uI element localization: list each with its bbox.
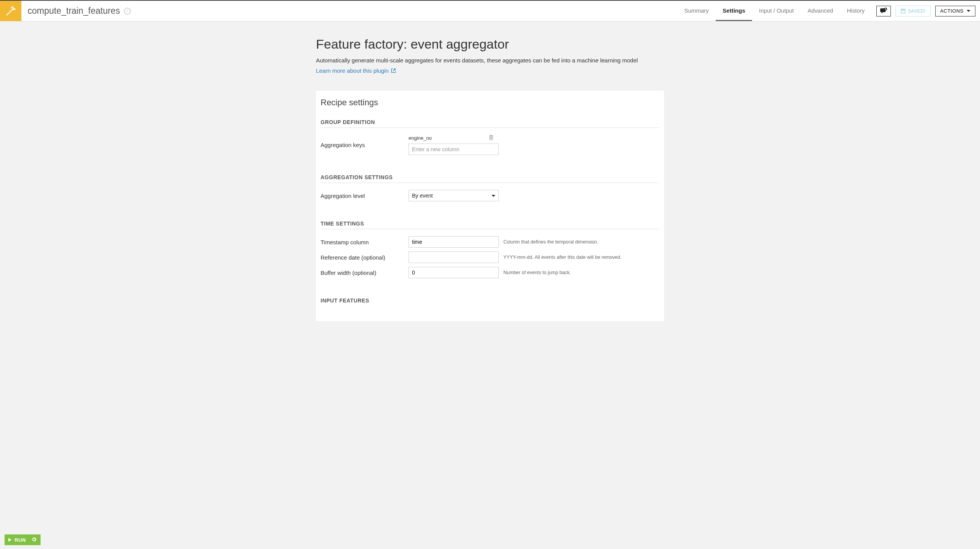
reference-hint: YYYY-mm-dd. All events after this date w… <box>499 255 659 260</box>
svg-rect-1 <box>901 9 905 13</box>
page-description: Automatically generate multi-scale aggre… <box>316 57 664 64</box>
aggregation-level-value: By event <box>412 193 433 199</box>
timestamp-column-label: Timestamp column <box>321 239 409 245</box>
navigate-icon[interactable] <box>124 8 131 15</box>
buffer-width-input[interactable] <box>409 267 499 278</box>
content-scroll[interactable]: Feature factory: event aggregator Automa… <box>0 21 980 534</box>
learn-more-link[interactable]: Learn more about this plugin <box>316 67 396 74</box>
section-time-settings: TIME SETTINGS <box>321 221 659 229</box>
aggregation-key-item: engine_no <box>409 135 493 141</box>
header-actions: SAVED! ACTIONS <box>872 1 980 21</box>
timestamp-hint: Column that defines the temporal dimensi… <box>499 239 659 245</box>
aggregation-keys-label: Aggregation keys <box>321 142 409 148</box>
reference-date-input[interactable] <box>409 252 499 263</box>
buffer-hint: Number of events to jump back. <box>499 270 659 275</box>
tab-history[interactable]: History <box>840 1 872 21</box>
footer: RUN <box>5 534 41 545</box>
panel-title: Recipe settings <box>321 98 659 108</box>
trash-icon[interactable] <box>489 135 493 141</box>
play-icon <box>8 538 11 542</box>
saved-button: SAVED! <box>895 6 931 16</box>
timestamp-column-input[interactable] <box>409 236 499 248</box>
page-title: Feature factory: event aggregator <box>316 37 664 52</box>
aggregation-level-label: Aggregation level <box>321 193 409 199</box>
section-group-definition: GROUP DEFINITION <box>321 119 659 128</box>
actions-button[interactable]: ACTIONS <box>935 6 975 16</box>
chevron-down-icon <box>492 195 495 197</box>
run-button[interactable]: RUN <box>5 534 41 545</box>
recipe-title: compute_train_features <box>21 1 137 21</box>
gear-icon <box>31 537 37 543</box>
actions-label: ACTIONS <box>940 8 964 14</box>
chevron-down-icon <box>967 10 970 12</box>
tab-advanced[interactable]: Advanced <box>801 1 840 21</box>
run-label: RUN <box>15 537 26 543</box>
section-aggregation-settings: AGGREGATION SETTINGS <box>321 174 659 183</box>
aggregation-level-select[interactable]: By event <box>409 190 499 201</box>
tabs: Summary Settings Input / Output Advanced… <box>677 1 872 21</box>
recipe-type-icon <box>0 1 21 21</box>
external-link-icon <box>391 68 396 73</box>
saved-label: SAVED! <box>908 8 926 14</box>
tab-input-output[interactable]: Input / Output <box>752 1 801 21</box>
tab-settings[interactable]: Settings <box>716 1 752 21</box>
recipe-name-text: compute_train_features <box>28 6 120 16</box>
new-column-input[interactable] <box>409 144 499 155</box>
buffer-width-label: Buffer width (optional) <box>321 270 409 276</box>
tab-summary[interactable]: Summary <box>677 1 716 21</box>
learn-more-text: Learn more about this plugin <box>316 67 389 74</box>
discussion-button[interactable] <box>876 6 891 16</box>
reference-date-label: Reference date (optional) <box>321 254 409 261</box>
svg-rect-2 <box>902 9 904 10</box>
aggregation-key-value: engine_no <box>409 135 432 141</box>
settings-panel: Recipe settings GROUP DEFINITION Aggrega… <box>316 91 664 321</box>
section-input-features: INPUT FEATURES <box>321 297 659 306</box>
header: compute_train_features Summary Settings … <box>0 1 980 21</box>
